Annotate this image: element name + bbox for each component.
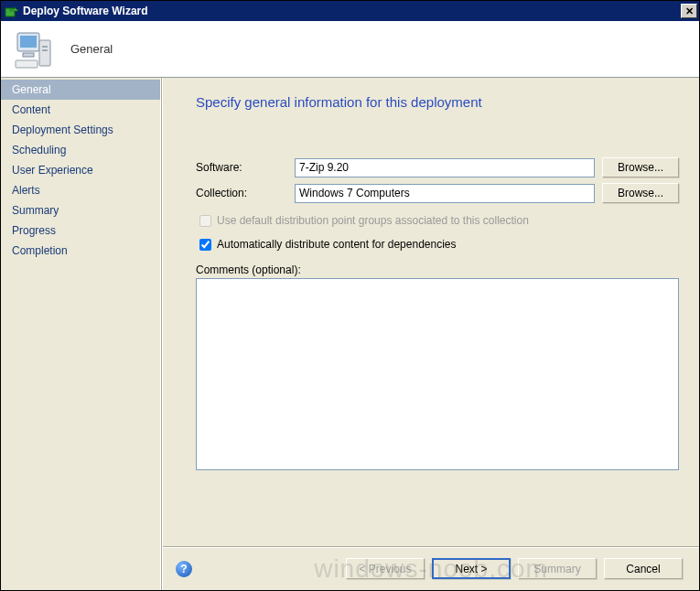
svg-rect-6 bbox=[42, 46, 48, 48]
use-default-dp-row: Use default distribution point groups as… bbox=[199, 214, 679, 227]
main-content: Specify general information for this dep… bbox=[163, 78, 699, 546]
banner-title: General bbox=[70, 42, 113, 56]
help-icon[interactable]: ? bbox=[176, 561, 192, 577]
close-button[interactable]: ✕ bbox=[681, 4, 697, 18]
sidebar-item-user-experience[interactable]: User Experience bbox=[1, 160, 160, 180]
previous-button: < Previous bbox=[346, 558, 425, 579]
sidebar-item-deployment-settings[interactable]: Deployment Settings bbox=[1, 120, 160, 140]
svg-rect-7 bbox=[42, 49, 48, 51]
page-heading: Specify general information for this dep… bbox=[196, 94, 679, 110]
svg-rect-3 bbox=[20, 36, 37, 48]
svg-rect-8 bbox=[16, 60, 38, 68]
software-field[interactable] bbox=[295, 158, 595, 177]
collection-field[interactable] bbox=[295, 184, 595, 203]
software-label: Software: bbox=[196, 161, 287, 174]
banner: General bbox=[1, 21, 699, 78]
banner-computer-icon bbox=[12, 27, 56, 71]
auto-distribute-label: Automatically distribute content for dep… bbox=[217, 238, 457, 251]
svg-rect-5 bbox=[39, 40, 50, 66]
cancel-button[interactable]: Cancel bbox=[604, 558, 683, 579]
wizard-window: Deploy Software Wizard ✕ General General… bbox=[0, 0, 700, 591]
sidebar-item-completion[interactable]: Completion bbox=[1, 241, 160, 261]
body: GeneralContentDeployment SettingsSchedul… bbox=[1, 78, 699, 590]
sidebar-item-summary[interactable]: Summary bbox=[1, 200, 160, 220]
auto-distribute-row: Automatically distribute content for dep… bbox=[199, 238, 679, 251]
sidebar-item-general[interactable]: General bbox=[1, 80, 160, 100]
app-icon bbox=[5, 4, 19, 18]
software-row: Software: Browse... bbox=[196, 157, 679, 177]
collection-browse-button[interactable]: Browse... bbox=[602, 183, 679, 203]
auto-distribute-checkbox[interactable] bbox=[199, 239, 211, 251]
use-default-dp-label: Use default distribution point groups as… bbox=[217, 214, 529, 227]
collection-row: Collection: Browse... bbox=[196, 183, 679, 203]
wizard-footer: ? windows-noob.com < Previous Next > Sum… bbox=[163, 546, 699, 590]
summary-button: Summary bbox=[518, 558, 597, 579]
titlebar: Deploy Software Wizard ✕ bbox=[1, 1, 699, 21]
wizard-sidebar: GeneralContentDeployment SettingsSchedul… bbox=[1, 78, 161, 590]
comments-textarea[interactable] bbox=[196, 278, 679, 470]
software-browse-button[interactable]: Browse... bbox=[602, 157, 679, 177]
sidebar-item-progress[interactable]: Progress bbox=[1, 220, 160, 241]
window-title: Deploy Software Wizard bbox=[23, 5, 681, 17]
sidebar-item-content[interactable]: Content bbox=[1, 100, 160, 120]
comments-label: Comments (optional): bbox=[196, 263, 679, 276]
main-panel: Specify general information for this dep… bbox=[163, 78, 699, 590]
next-button[interactable]: Next > bbox=[432, 558, 511, 579]
sidebar-item-scheduling[interactable]: Scheduling bbox=[1, 140, 160, 160]
sidebar-item-alerts[interactable]: Alerts bbox=[1, 180, 160, 200]
collection-label: Collection: bbox=[196, 187, 287, 199]
svg-rect-4 bbox=[23, 53, 34, 57]
use-default-dp-checkbox bbox=[199, 215, 211, 227]
